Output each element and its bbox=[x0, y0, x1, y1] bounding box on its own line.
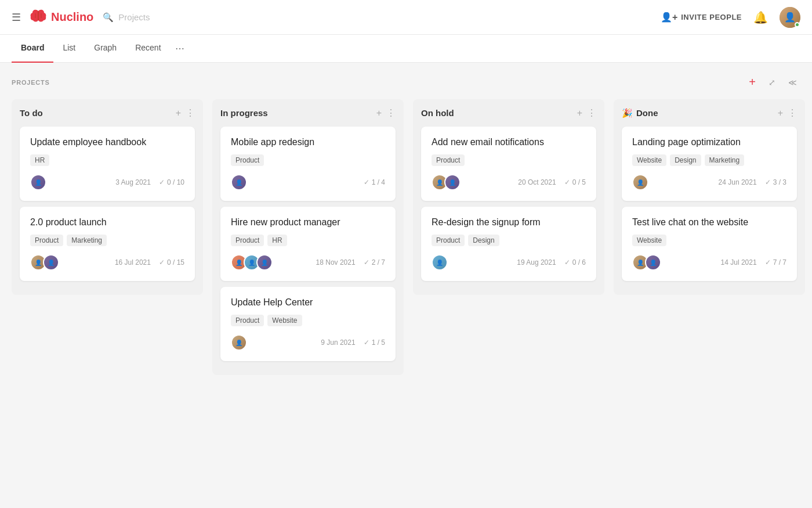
done-emoji: 🎉 bbox=[622, 108, 633, 118]
tag-design: Design bbox=[468, 235, 499, 246]
card-avatars: 👤 👤 bbox=[632, 254, 661, 271]
column-done-add[interactable]: + bbox=[778, 108, 783, 118]
card-meta: 20 Oct 2021 ✓ 0 / 5 bbox=[518, 178, 586, 186]
user-avatar[interactable]: 👤 bbox=[780, 7, 800, 28]
card-signup-form[interactable]: Re-design the signup form Product Design… bbox=[421, 207, 596, 281]
check-icon: ✓ bbox=[765, 178, 771, 186]
card-footer: 👤 24 Jun 2021 ✓ 3 / 3 bbox=[632, 174, 786, 190]
card-live-chat[interactable]: Test live chat on the website Website 👤 … bbox=[622, 207, 797, 281]
card-title: Add new email notifications bbox=[432, 137, 586, 147]
check-icon: ✓ bbox=[159, 258, 165, 266]
card-footer: 👤 3 Aug 2021 ✓ 0 / 10 bbox=[30, 174, 184, 190]
avatar: 👤 bbox=[444, 174, 461, 190]
card-tasks: ✓ 0 / 10 bbox=[159, 178, 184, 186]
card-date: 16 Jul 2021 bbox=[115, 258, 151, 266]
logo[interactable]: Nuclino bbox=[30, 9, 93, 26]
card-title: Update employee handbook bbox=[30, 137, 184, 147]
card-hire-manager[interactable]: Hire new product manager Product HR 👤 👤 … bbox=[220, 207, 396, 281]
card-date: 14 Jul 2021 bbox=[721, 258, 757, 266]
tab-more[interactable]: ⋯ bbox=[171, 35, 189, 62]
search-area[interactable]: 🔍 Projects bbox=[103, 12, 150, 23]
card-meta: 3 Aug 2021 ✓ 0 / 10 bbox=[115, 178, 184, 186]
card-tags: Product Website bbox=[231, 315, 385, 326]
tag-product: Product bbox=[432, 235, 465, 246]
card-date: 3 Aug 2021 bbox=[115, 178, 151, 186]
card-footer: 👤 ✓ 1 / 4 bbox=[231, 174, 385, 190]
tab-board[interactable]: Board bbox=[12, 35, 53, 63]
card-help-center[interactable]: Update Help Center Product Website 👤 9 J… bbox=[220, 287, 396, 361]
column-done-title: 🎉 Done bbox=[622, 108, 658, 118]
card-tags: Product Marketing bbox=[30, 235, 184, 246]
check-icon: ✓ bbox=[364, 178, 369, 186]
card-tasks: ✓ 0 / 5 bbox=[564, 178, 586, 186]
column-todo: To do + ⋮ Update employee handbook HR 👤 bbox=[12, 99, 203, 295]
card-tags: HR bbox=[30, 154, 184, 166]
card-tags: Website bbox=[632, 235, 786, 246]
card-meta: 14 Jul 2021 ✓ 7 / 7 bbox=[721, 258, 786, 266]
card-mobile-redesign[interactable]: Mobile app redesign Product 👤 ✓ 1 / 4 bbox=[220, 127, 396, 201]
column-inprogress-actions: + ⋮ bbox=[376, 107, 396, 118]
header-right: 👤+ INVITE PEOPLE 🔔 👤 bbox=[661, 7, 800, 28]
invite-icon: 👤+ bbox=[661, 12, 677, 23]
card-tasks: ✓ 1 / 4 bbox=[364, 178, 385, 186]
online-indicator bbox=[795, 22, 800, 27]
card-footer: 👤 👤 16 Jul 2021 ✓ 0 / 15 bbox=[30, 254, 184, 271]
check-icon: ✓ bbox=[364, 338, 369, 347]
column-onhold-add[interactable]: + bbox=[577, 108, 582, 118]
card-date: 24 Jun 2021 bbox=[719, 178, 757, 186]
card-update-handbook[interactable]: Update employee handbook HR 👤 3 Aug 2021… bbox=[20, 127, 195, 201]
avatar: 👤 bbox=[231, 174, 247, 190]
avatar: 👤 bbox=[256, 254, 273, 271]
card-product-launch[interactable]: 2.0 product launch Product Marketing 👤 👤… bbox=[20, 207, 195, 281]
tag-website: Website bbox=[632, 235, 666, 246]
avatar: 👤 bbox=[231, 334, 247, 351]
card-avatars: 👤 bbox=[632, 174, 648, 190]
card-footer: 👤 👤 20 Oct 2021 ✓ 0 / 5 bbox=[432, 174, 586, 190]
card-title: Hire new product manager bbox=[231, 217, 385, 228]
column-inprogress-title: In progress bbox=[220, 108, 268, 118]
column-onhold-title: On hold bbox=[421, 108, 454, 118]
card-title: Test live chat on the website bbox=[632, 217, 786, 228]
tab-recent[interactable]: Recent bbox=[126, 35, 170, 63]
card-avatars: 👤 bbox=[30, 174, 46, 190]
card-title: Update Help Center bbox=[231, 297, 385, 308]
card-avatars: 👤 bbox=[231, 334, 247, 351]
card-title: Re-design the signup form bbox=[432, 217, 586, 228]
card-tags: Website Design Marketing bbox=[632, 154, 786, 166]
column-todo-menu[interactable]: ⋮ bbox=[186, 107, 195, 118]
hamburger-icon[interactable]: ☰ bbox=[12, 11, 21, 24]
collapse-button[interactable]: ≪ bbox=[785, 77, 800, 88]
avatar: 👤 bbox=[43, 254, 59, 271]
card-avatars: 👤 bbox=[231, 174, 247, 190]
tab-list[interactable]: List bbox=[53, 35, 85, 63]
check-icon: ✓ bbox=[159, 178, 165, 186]
check-icon: ✓ bbox=[564, 258, 570, 266]
avatar: 👤 bbox=[30, 174, 46, 190]
card-email-notifications[interactable]: Add new email notifications Product 👤 👤 … bbox=[421, 127, 596, 201]
add-column-button[interactable]: + bbox=[745, 74, 759, 90]
tag-product: Product bbox=[231, 315, 264, 326]
search-icon: 🔍 bbox=[103, 12, 114, 23]
card-date: 19 Aug 2021 bbox=[517, 258, 556, 266]
card-landing-page[interactable]: Landing page optimization Website Design… bbox=[622, 127, 797, 201]
card-date: 9 Jun 2021 bbox=[321, 338, 355, 347]
card-tags: Product Design bbox=[432, 235, 586, 246]
tab-graph[interactable]: Graph bbox=[85, 35, 126, 63]
check-icon: ✓ bbox=[364, 258, 369, 266]
column-inprogress-menu[interactable]: ⋮ bbox=[386, 107, 396, 118]
column-done-menu[interactable]: ⋮ bbox=[788, 107, 797, 118]
expand-button[interactable]: ⤢ bbox=[765, 77, 779, 88]
tag-product: Product bbox=[231, 154, 264, 166]
invite-button[interactable]: 👤+ INVITE PEOPLE bbox=[661, 12, 742, 23]
tag-marketing: Marketing bbox=[67, 235, 107, 246]
column-onhold-menu[interactable]: ⋮ bbox=[587, 107, 596, 118]
card-footer: 👤 9 Jun 2021 ✓ 1 / 5 bbox=[231, 334, 385, 351]
tag-product: Product bbox=[432, 154, 465, 166]
column-todo-add[interactable]: + bbox=[176, 108, 181, 118]
board-header: PROJECTS + ⤢ ≪ bbox=[12, 74, 800, 90]
avatar: 👤 bbox=[432, 254, 448, 271]
column-inprogress-add[interactable]: + bbox=[376, 108, 382, 118]
card-meta: 24 Jun 2021 ✓ 3 / 3 bbox=[719, 178, 786, 186]
notifications-icon[interactable]: 🔔 bbox=[753, 10, 768, 24]
header: ☰ Nuclino 🔍 Projects 👤+ INVITE PEOPLE 🔔 bbox=[0, 0, 812, 35]
